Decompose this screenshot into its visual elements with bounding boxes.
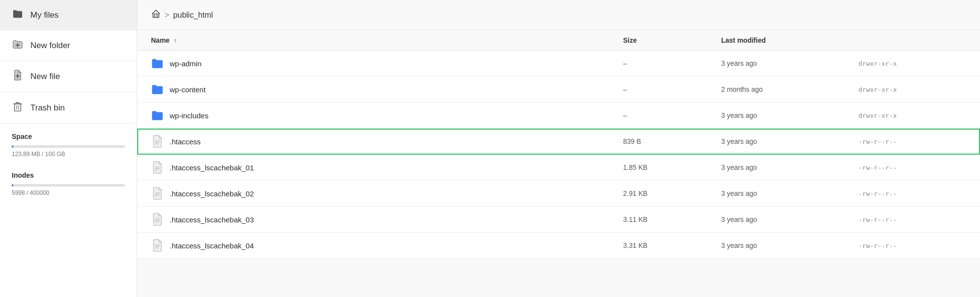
svg-rect-4 — [15, 104, 21, 111]
file-size: – — [623, 85, 721, 93]
sidebar-item-trash-bin[interactable]: Trash bin — [0, 92, 137, 124]
file-size: 2.91 KB — [623, 189, 721, 197]
file-permissions: -rw-r--r-- — [858, 242, 966, 249]
plus-folder-icon — [12, 39, 24, 52]
file-permissions: drwxr-xr-x — [858, 86, 966, 93]
breadcrumb-current: public_html — [173, 11, 213, 20]
sidebar-item-new-file[interactable]: New file — [0, 61, 137, 92]
file-name-text: wp-admin — [170, 59, 201, 68]
col-header-permissions — [858, 36, 966, 44]
space-text: 123.89 MB / 100 GB — [12, 151, 125, 158]
inodes-heading: Inodes — [12, 171, 125, 179]
file-table: Name ↑ Size Last modified wp-admin–3 yea… — [137, 30, 980, 297]
file-last-modified: 3 years ago — [721, 216, 858, 223]
file-doc-icon — [151, 187, 164, 200]
home-icon[interactable] — [151, 9, 161, 21]
col-header-last-modified[interactable]: Last modified — [721, 36, 858, 44]
table-row[interactable]: .htaccess_lscachebak_033.11 KB3 years ag… — [137, 207, 980, 233]
file-doc-icon — [151, 239, 164, 252]
sort-arrow-icon: ↑ — [174, 37, 176, 44]
file-name-cell: .htaccess — [151, 135, 623, 148]
file-last-modified: 3 years ago — [721, 189, 858, 197]
inodes-progress-fill — [12, 184, 13, 187]
file-size: 3.31 KB — [623, 242, 721, 249]
file-last-modified: 2 months ago — [721, 85, 858, 93]
file-permissions: drwxr-xr-x — [858, 112, 966, 119]
file-last-modified: 3 years ago — [721, 137, 858, 145]
file-name-cell: .htaccess_lscachebak_04 — [151, 239, 623, 252]
col-header-size[interactable]: Size — [623, 36, 721, 44]
file-last-modified: 3 years ago — [721, 163, 858, 171]
file-name-text: .htaccess_lscachebak_02 — [170, 189, 254, 198]
file-doc-icon — [151, 213, 164, 226]
table-header: Name ↑ Size Last modified — [137, 30, 980, 51]
file-name-text: .htaccess_lscachebak_04 — [170, 242, 254, 250]
file-name-text: .htaccess — [170, 137, 201, 146]
file-last-modified: 3 years ago — [721, 59, 858, 67]
file-size: – — [623, 59, 721, 67]
new-folder-label: New folder — [30, 41, 70, 51]
table-row[interactable]: .htaccess_lscachebak_043.31 KB3 years ag… — [137, 233, 980, 259]
table-row[interactable]: wp-admin–3 years agodrwxr-xr-x — [137, 51, 980, 77]
file-size: 1.85 KB — [623, 163, 721, 171]
file-doc-icon — [151, 135, 164, 148]
inodes-progress-bg — [12, 184, 125, 187]
file-size: 3.11 KB — [623, 216, 721, 223]
file-name-text: wp-content — [170, 85, 205, 94]
file-size: 839 B — [623, 137, 721, 145]
space-progress-bg — [12, 145, 125, 148]
folder-icon — [12, 9, 24, 21]
file-last-modified: 3 years ago — [721, 111, 858, 119]
sidebar-item-my-files[interactable]: My files — [0, 0, 137, 30]
table-row[interactable]: wp-content–2 months agodrwxr-xr-x — [137, 77, 980, 103]
sidebar: My files New folder New file — [0, 0, 137, 297]
inodes-section: Inodes 5998 / 400000 — [0, 162, 137, 201]
file-name-cell: wp-content — [151, 83, 623, 96]
inodes-text: 5998 / 400000 — [12, 189, 125, 196]
my-files-label: My files — [30, 10, 59, 20]
file-name-text: .htaccess_lscachebak_03 — [170, 216, 254, 224]
new-file-label: New file — [30, 72, 60, 81]
plus-file-icon — [12, 70, 24, 83]
space-section: Space 123.89 MB / 100 GB — [0, 124, 137, 162]
file-permissions: -rw-r--r-- — [858, 190, 966, 197]
breadcrumb-separator: > — [165, 11, 169, 20]
file-permissions: -rw-r--r-- — [858, 164, 966, 171]
file-permissions: drwxr-xr-x — [858, 60, 966, 67]
trash-icon — [12, 101, 24, 114]
file-last-modified: 3 years ago — [721, 242, 858, 249]
table-row[interactable]: .htaccess_lscachebak_011.85 KB3 years ag… — [137, 155, 980, 181]
table-row[interactable]: wp-includes–3 years agodrwxr-xr-x — [137, 103, 980, 129]
file-name-text: .htaccess_lscachebak_01 — [170, 163, 254, 172]
file-name-text: wp-includes — [170, 111, 208, 120]
file-name-cell: .htaccess_lscachebak_01 — [151, 161, 623, 174]
file-name-cell: .htaccess_lscachebak_02 — [151, 187, 623, 200]
main-content: > public_html Name ↑ Size Last modified … — [137, 0, 980, 297]
space-heading: Space — [12, 133, 125, 140]
file-name-cell: wp-admin — [151, 57, 623, 70]
folder-icon — [151, 57, 164, 70]
file-name-cell: .htaccess_lscachebak_03 — [151, 213, 623, 226]
trash-bin-label: Trash bin — [30, 103, 65, 113]
file-name-cell: wp-includes — [151, 109, 623, 122]
space-progress-fill — [12, 145, 13, 148]
file-size: – — [623, 111, 721, 119]
folder-icon — [151, 83, 164, 96]
table-row[interactable]: .htaccess839 B3 years ago-rw-r--r-- — [137, 129, 980, 155]
table-body: wp-admin–3 years agodrwxr-xr-x wp-conten… — [137, 51, 980, 259]
file-permissions: -rw-r--r-- — [858, 138, 966, 145]
col-header-name[interactable]: Name ↑ — [151, 36, 623, 44]
file-permissions: -rw-r--r-- — [858, 216, 966, 223]
file-doc-icon — [151, 161, 164, 174]
breadcrumb: > public_html — [137, 0, 980, 30]
table-row[interactable]: .htaccess_lscachebak_022.91 KB3 years ag… — [137, 181, 980, 207]
sidebar-item-new-folder[interactable]: New folder — [0, 30, 137, 61]
folder-icon — [151, 109, 164, 122]
